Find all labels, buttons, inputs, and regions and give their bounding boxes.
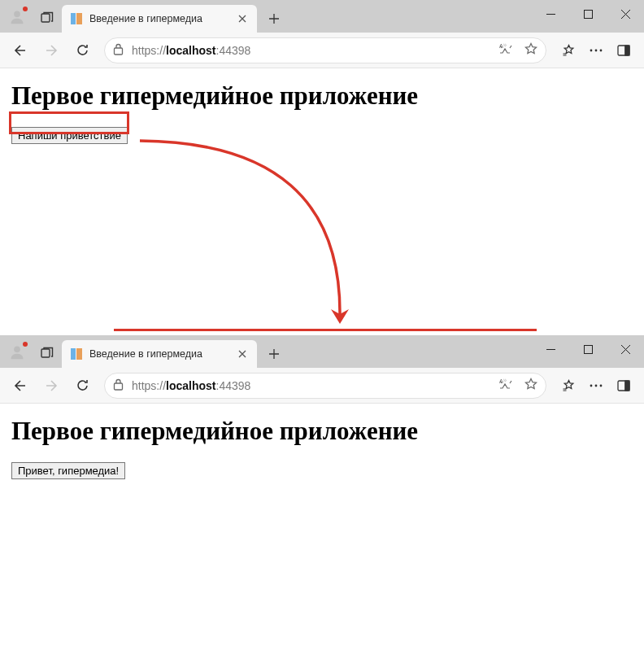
browser-tab[interactable]: Введение в гипермедиа	[62, 340, 257, 368]
svg-point-12	[14, 346, 20, 352]
favorite-icon[interactable]	[524, 42, 537, 58]
close-window-button[interactable]	[607, 335, 644, 363]
svg-point-0	[14, 11, 20, 17]
svg-point-8	[595, 49, 598, 51]
back-button[interactable]	[7, 37, 34, 64]
tab-favicon-icon	[70, 347, 83, 360]
address-bar[interactable]: https://localhost:44398 A⁾⁾	[104, 37, 546, 63]
notification-dot-icon	[23, 7, 28, 11]
svg-point-9	[600, 49, 603, 51]
forward-button	[37, 37, 65, 64]
svg-rect-23	[625, 381, 629, 391]
svg-point-21	[600, 384, 603, 387]
url-text: https://localhost:44398	[132, 379, 250, 392]
refresh-button[interactable]	[68, 372, 96, 400]
svg-text:A⁾⁾: A⁾⁾	[499, 378, 507, 384]
menu-button[interactable]	[582, 37, 610, 64]
svg-rect-15	[76, 348, 82, 360]
minimize-button[interactable]	[532, 335, 569, 363]
profile-icon[interactable]	[8, 8, 26, 26]
window-controls	[532, 0, 644, 28]
tab-close-button[interactable]	[236, 347, 249, 360]
read-aloud-icon[interactable]: A⁾⁾	[498, 378, 513, 392]
profile-icon[interactable]	[8, 343, 26, 361]
page-heading: Первое гипермедийное приложение	[11, 417, 633, 446]
svg-rect-1	[41, 14, 50, 22]
svg-point-7	[590, 49, 593, 51]
page-content: Первое гипермедийное приложение Привет, …	[0, 404, 644, 492]
browser-window-after: Введение в гипермедиа	[0, 335, 644, 664]
favorites-bar-icon[interactable]	[555, 372, 582, 400]
lock-icon	[113, 43, 124, 58]
read-aloud-icon[interactable]: A⁾⁾	[498, 43, 513, 57]
page-content: Первое гипермедийное приложение Напиши п…	[0, 68, 644, 157]
minimize-button[interactable]	[532, 0, 569, 28]
tab-close-button[interactable]	[236, 12, 249, 25]
menu-button[interactable]	[582, 372, 610, 400]
back-button[interactable]	[7, 372, 34, 400]
tab-overview-icon[interactable]	[41, 11, 54, 24]
new-tab-button[interactable]	[262, 7, 286, 31]
svg-point-20	[595, 384, 598, 387]
title-bar: Введение в гипермедиа	[0, 335, 644, 368]
lock-icon	[113, 378, 124, 393]
favorites-bar-icon[interactable]	[555, 37, 582, 64]
tab-overview-icon[interactable]	[41, 347, 54, 360]
browser-toolbar: https://localhost:44398 A⁾⁾	[0, 368, 644, 404]
browser-tab[interactable]: Введение в гипермедиа	[62, 5, 257, 33]
refresh-button[interactable]	[68, 37, 96, 64]
title-bar: Введение в гипермедиа	[0, 0, 644, 33]
greeting-result-button[interactable]: Привет, гипермедиа!	[11, 462, 125, 479]
tab-title: Введение в гипермедиа	[89, 348, 229, 360]
svg-rect-16	[584, 345, 592, 353]
tab-favicon-icon	[70, 12, 83, 25]
browser-toolbar: https://localhost:44398 A⁾⁾	[0, 33, 644, 68]
tab-title: Введение в гипермедиа	[89, 13, 229, 24]
maximize-button[interactable]	[569, 0, 607, 28]
address-bar[interactable]: https://localhost:44398 A⁾⁾	[104, 373, 546, 399]
close-window-button[interactable]	[607, 0, 644, 28]
annotation-divider-line	[114, 329, 537, 331]
svg-rect-3	[76, 13, 82, 24]
greeting-button[interactable]: Напиши приветствие	[11, 127, 128, 144]
svg-rect-5	[115, 48, 123, 55]
new-tab-button[interactable]	[262, 342, 286, 366]
url-text: https://localhost:44398	[132, 44, 250, 57]
svg-rect-14	[71, 348, 76, 360]
sidebar-toggle-icon[interactable]	[610, 37, 637, 64]
svg-rect-17	[115, 383, 123, 390]
maximize-button[interactable]	[569, 335, 607, 363]
svg-rect-4	[584, 10, 592, 18]
favorite-icon[interactable]	[524, 378, 537, 393]
forward-button	[37, 372, 65, 400]
svg-text:A⁾⁾: A⁾⁾	[499, 43, 507, 49]
svg-rect-13	[41, 349, 50, 357]
svg-rect-11	[625, 46, 629, 55]
browser-window-before: Введение в гипермедиа	[0, 0, 644, 332]
page-heading: Первое гипермедийное приложение	[11, 81, 633, 111]
sidebar-toggle-icon[interactable]	[610, 372, 637, 400]
svg-point-19	[590, 384, 593, 387]
notification-dot-icon	[23, 342, 28, 347]
svg-rect-2	[71, 13, 76, 24]
window-controls	[532, 335, 644, 363]
